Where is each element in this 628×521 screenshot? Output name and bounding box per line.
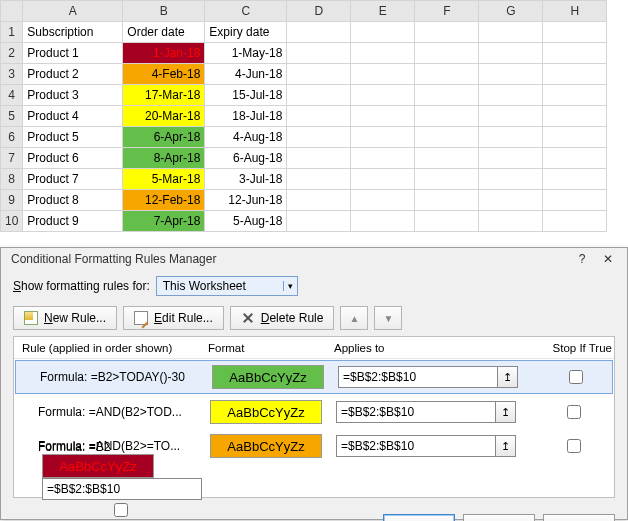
cell[interactable] xyxy=(543,85,607,106)
col-header-a[interactable]: A xyxy=(23,1,123,22)
applies-to-input[interactable] xyxy=(339,367,497,387)
cell[interactable]: Expiry date xyxy=(205,22,287,43)
range-picker-icon[interactable]: ↥ xyxy=(201,479,202,499)
scope-dropdown[interactable]: This Worksheet ▾ xyxy=(156,276,298,296)
cell[interactable]: Product 4 xyxy=(23,106,123,127)
cell[interactable]: 15-Jul-18 xyxy=(205,85,287,106)
cell[interactable] xyxy=(287,85,351,106)
cell[interactable] xyxy=(351,64,415,85)
col-header-c[interactable]: C xyxy=(205,1,287,22)
cell[interactable] xyxy=(415,43,479,64)
cell[interactable] xyxy=(415,22,479,43)
cell[interactable] xyxy=(543,43,607,64)
row-header[interactable]: 3 xyxy=(1,64,23,85)
row-header[interactable]: 1 xyxy=(1,22,23,43)
cell[interactable]: 20-Mar-18 xyxy=(123,106,205,127)
cell[interactable]: 12-Feb-18 xyxy=(123,190,205,211)
move-up-button[interactable]: ▲ xyxy=(340,306,368,330)
cell[interactable] xyxy=(351,85,415,106)
cell[interactable] xyxy=(479,127,543,148)
cell[interactable] xyxy=(479,43,543,64)
cell[interactable] xyxy=(351,148,415,169)
cell[interactable]: Subscription xyxy=(23,22,123,43)
cell[interactable] xyxy=(415,148,479,169)
row-header[interactable]: 9 xyxy=(1,190,23,211)
cell[interactable] xyxy=(479,106,543,127)
cell[interactable]: 12-Jun-18 xyxy=(205,190,287,211)
stop-if-true-checkbox[interactable] xyxy=(569,370,583,384)
cell[interactable]: Product 9 xyxy=(23,211,123,232)
range-picker-icon[interactable]: ↥ xyxy=(495,402,515,422)
cell[interactable]: 3-Jul-18 xyxy=(205,169,287,190)
spreadsheet[interactable]: A B C D E F G H 1 Subscription Order dat… xyxy=(0,0,607,232)
cell[interactable] xyxy=(415,106,479,127)
applies-to-field[interactable]: ↥ xyxy=(336,401,516,423)
cell[interactable] xyxy=(543,64,607,85)
cell[interactable] xyxy=(479,22,543,43)
cell[interactable] xyxy=(287,22,351,43)
cell[interactable]: 5-Mar-18 xyxy=(123,169,205,190)
col-header-b[interactable]: B xyxy=(123,1,205,22)
cell[interactable] xyxy=(479,190,543,211)
cell[interactable] xyxy=(415,85,479,106)
row-header[interactable]: 2 xyxy=(1,43,23,64)
cell[interactable]: Product 5 xyxy=(23,127,123,148)
cell[interactable] xyxy=(415,169,479,190)
cell[interactable] xyxy=(415,211,479,232)
cell[interactable]: 4-Jun-18 xyxy=(205,64,287,85)
cell[interactable] xyxy=(479,169,543,190)
dialog-titlebar[interactable]: Conditional Formatting Rules Manager ? ✕ xyxy=(1,248,627,270)
cell[interactable] xyxy=(543,148,607,169)
row-header[interactable]: 4 xyxy=(1,85,23,106)
cell[interactable] xyxy=(415,127,479,148)
row-header[interactable]: 8 xyxy=(1,169,23,190)
cell[interactable]: 1-Jan-18 xyxy=(123,43,205,64)
cell[interactable] xyxy=(479,148,543,169)
stop-if-true-checkbox[interactable] xyxy=(567,439,581,453)
applies-to-field[interactable]: ↥ xyxy=(42,478,202,500)
cell[interactable] xyxy=(287,211,351,232)
cell[interactable] xyxy=(351,190,415,211)
cell[interactable] xyxy=(351,22,415,43)
cell[interactable]: Product 7 xyxy=(23,169,123,190)
close-icon[interactable]: ✕ xyxy=(595,248,621,270)
select-all-corner[interactable] xyxy=(1,1,23,22)
cell[interactable] xyxy=(287,64,351,85)
rule-row[interactable]: Formula: =AND(B2>TOD...AaBbCcYyZz↥ xyxy=(14,395,614,429)
cell[interactable] xyxy=(287,106,351,127)
cell[interactable] xyxy=(543,106,607,127)
stop-if-true-checkbox[interactable] xyxy=(567,405,581,419)
row-header[interactable]: 5 xyxy=(1,106,23,127)
cell[interactable] xyxy=(287,148,351,169)
cell[interactable]: 4-Aug-18 xyxy=(205,127,287,148)
row-header[interactable]: 6 xyxy=(1,127,23,148)
cell[interactable]: Product 8 xyxy=(23,190,123,211)
move-down-button[interactable]: ▼ xyxy=(374,306,402,330)
close-button[interactable]: Close xyxy=(463,514,535,521)
applies-to-field[interactable]: ↥ xyxy=(338,366,518,388)
apply-button[interactable]: Apply xyxy=(543,514,615,521)
applies-to-input[interactable] xyxy=(43,479,201,499)
cell[interactable] xyxy=(543,190,607,211)
cell[interactable]: Product 3 xyxy=(23,85,123,106)
cell[interactable] xyxy=(479,85,543,106)
range-picker-icon[interactable]: ↥ xyxy=(497,367,517,387)
cell[interactable] xyxy=(543,169,607,190)
cell[interactable]: 5-Aug-18 xyxy=(205,211,287,232)
cell[interactable]: 18-Jul-18 xyxy=(205,106,287,127)
ok-button[interactable]: OK xyxy=(383,514,455,521)
row-header[interactable]: 10 xyxy=(1,211,23,232)
cell[interactable]: 6-Aug-18 xyxy=(205,148,287,169)
cell[interactable] xyxy=(543,22,607,43)
col-header-e[interactable]: E xyxy=(351,1,415,22)
cell[interactable]: 4-Feb-18 xyxy=(123,64,205,85)
cell[interactable]: Order date xyxy=(123,22,205,43)
cell[interactable] xyxy=(287,190,351,211)
cell[interactable] xyxy=(287,127,351,148)
col-header-h[interactable]: H xyxy=(543,1,607,22)
cell[interactable] xyxy=(415,190,479,211)
cell[interactable] xyxy=(543,211,607,232)
cell[interactable]: Product 6 xyxy=(23,148,123,169)
cell[interactable] xyxy=(351,43,415,64)
cell[interactable] xyxy=(479,64,543,85)
